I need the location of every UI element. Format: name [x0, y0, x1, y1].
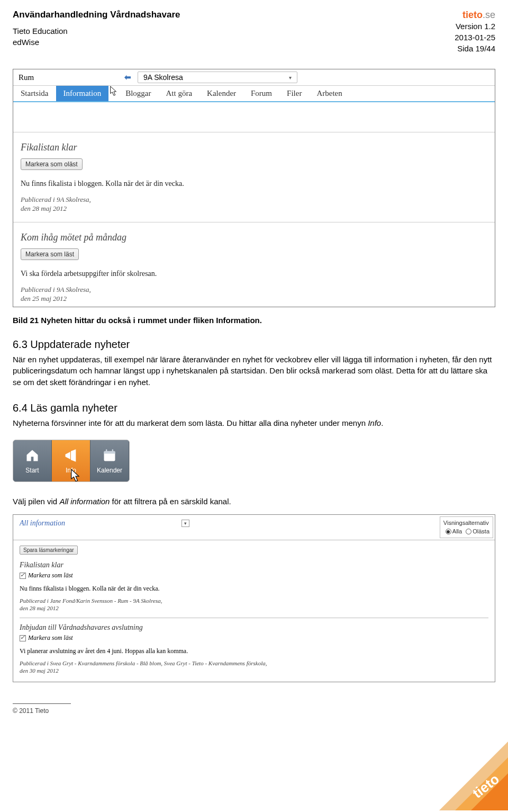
room-select[interactable]: 9A Skolresa ▾: [138, 72, 297, 83]
room-tabs: Startsida Information Bloggar Att göra K…: [13, 86, 495, 102]
section-paragraph: När en nyhet uppdateras, till exempel nä…: [13, 354, 495, 388]
news-pub-date: den 28 maj 2012: [21, 204, 487, 213]
tab-information[interactable]: Information: [56, 86, 109, 101]
doc-title: Användarhandledning Vårdnadshavare: [13, 10, 180, 20]
news-pub-location: Publicerad i 9A Skolresa,: [21, 195, 487, 204]
header-page: Sida 19/44: [455, 43, 495, 54]
svg-rect-1: [104, 451, 115, 454]
header-date: 2013-01-25: [455, 32, 495, 43]
news-body: Nu finns fikalista i bloggen. Kolla när …: [20, 585, 488, 593]
radio-all[interactable]: [446, 529, 451, 534]
news-title: Inbjudan till Vårdnadshavares avslutning: [20, 623, 488, 632]
news-title: Kom ihåg mötet på måndag: [21, 232, 487, 243]
svg-rect-2: [106, 449, 107, 452]
display-options: Visningsalternativ Alla Olästa: [440, 516, 493, 538]
mark-read-checkbox[interactable]: [20, 573, 26, 579]
all-information-dropdown[interactable]: All information: [20, 519, 65, 528]
cursor-icon: [110, 86, 118, 101]
news-body: Nu finns fikalista i bloggen. Kolla när …: [21, 180, 487, 188]
menu-calendar-button[interactable]: Kalender: [90, 440, 129, 481]
screenshot-all-information: All information ▾ Visningsalternativ All…: [13, 514, 495, 682]
news-pub-location: Publicerad i Svea Gryt - Kvarndammens fö…: [20, 659, 488, 667]
header-app: edWise: [13, 37, 180, 48]
room-label: Rum: [19, 73, 124, 82]
room-select-value: 9A Skolresa: [143, 73, 183, 82]
menu-label: Kalender: [97, 467, 122, 474]
back-arrow-icon[interactable]: ⬅: [124, 73, 131, 82]
tieto-logo-icon: tieto: [434, 742, 508, 812]
header-version: Version 1.2: [455, 21, 495, 32]
news-title: Fikalistan klar: [20, 561, 488, 569]
save-readmarks-button[interactable]: Spara läsmarkeringar: [20, 546, 78, 555]
mark-read-checkbox[interactable]: [20, 635, 26, 641]
chevron-down-icon: ▾: [289, 75, 292, 81]
doc-header: Användarhandledning Vårdnadshavare Tieto…: [13, 10, 495, 54]
news-body: Vi planerar avslutning av året den 4 jun…: [20, 647, 488, 655]
home-icon: [24, 447, 41, 464]
radio-unread[interactable]: [466, 529, 471, 534]
section-heading: 6.3 Uppdaterade nyheter: [13, 338, 495, 351]
tab-forum[interactable]: Forum: [243, 86, 279, 101]
tab-filer[interactable]: Filer: [279, 86, 309, 101]
news-pub-location: Publicerad i 9A Skolresa,: [21, 285, 487, 295]
section-paragraph: Nyheterna försvinner inte för att du mar…: [13, 417, 495, 429]
news-pub-location: Publicerad i Jane Fond/Karin Svensson - …: [20, 597, 488, 604]
section-heading: 6.4 Läs gamla nyheter: [13, 402, 495, 414]
news-pub-date: den 30 maj 2012: [20, 667, 488, 674]
header-product: Tieto Education: [13, 25, 180, 37]
screenshot-room-information: Rum ⬅ 9A Skolresa ▾ Startsida Informatio…: [13, 69, 495, 307]
tab-bloggar[interactable]: Bloggar: [118, 86, 158, 101]
news-body: Vi ska fördela arbetsuppgifter inför sko…: [21, 270, 487, 278]
menu-label: Start: [25, 467, 39, 474]
tab-kalender[interactable]: Kalender: [199, 86, 243, 101]
screenshot-menu-icons: Start Info Kalender: [13, 440, 130, 482]
tab-attgora[interactable]: Att göra: [158, 86, 199, 101]
svg-rect-3: [112, 449, 113, 452]
menu-start-button[interactable]: Start: [13, 440, 52, 481]
tab-arbeten[interactable]: Arbeten: [309, 86, 349, 101]
news-pub-date: den 25 maj 2012: [21, 295, 487, 304]
news-pub-date: den 28 maj 2012: [20, 604, 488, 612]
mark-unread-button[interactable]: Markera som oläst: [21, 158, 83, 170]
cursor-icon: [70, 469, 81, 482]
brand-logo: tieto.se: [455, 10, 495, 21]
chevron-down-icon[interactable]: ▾: [182, 520, 189, 527]
display-options-title: Visningsalternativ: [443, 519, 489, 527]
news-title: Fikalistan klar: [21, 142, 487, 153]
footer-rule: [13, 703, 71, 704]
filter-instruction: Välj pilen vid All information för att f…: [13, 496, 495, 507]
calendar-icon: [101, 447, 118, 464]
figure-caption: Bild 21 Nyheten hittar du också i rummet…: [13, 316, 495, 325]
mark-read-button[interactable]: Markera som läst: [21, 248, 79, 260]
copyright: © 2011 Tieto: [13, 707, 495, 715]
megaphone-icon: [62, 447, 79, 464]
tab-startsida[interactable]: Startsida: [13, 86, 56, 101]
